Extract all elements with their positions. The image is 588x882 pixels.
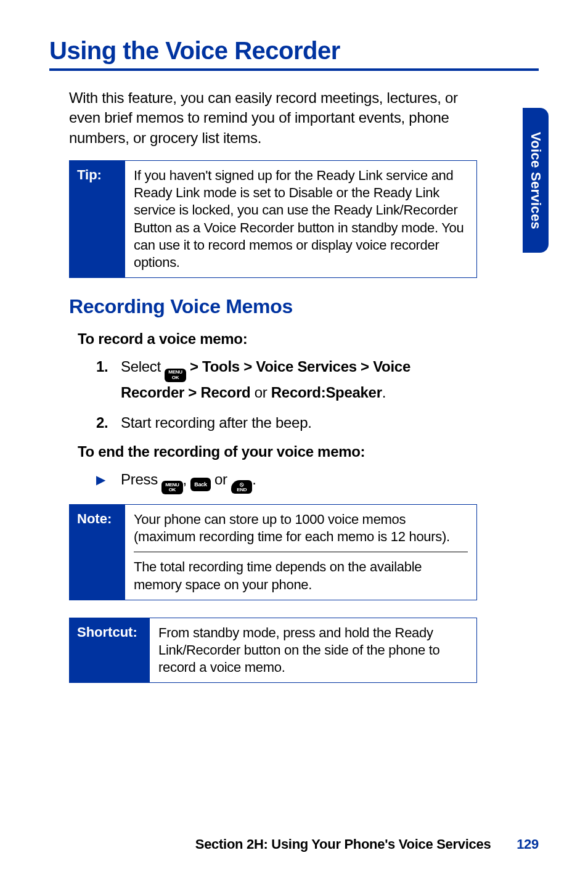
tip-body: If you haven't signed up for the Ready L…	[125, 161, 476, 277]
back-key-icon: Back	[190, 478, 210, 491]
press-sep1: ,	[183, 471, 191, 488]
section-heading: Recording Voice Memos	[69, 295, 539, 318]
step-content: Select MENUOK > Tools > Voice Services >…	[121, 356, 465, 402]
triangle-bullet-icon: ▶	[96, 469, 121, 494]
page-number: 129	[517, 836, 539, 852]
note-text-2: The total recording time depends on the …	[134, 558, 468, 593]
note-body: Your phone can store up to 1000 voice me…	[125, 505, 476, 600]
press-content: Press MENUOK, Back or ⦸END.	[121, 469, 465, 494]
note-callout: Note: Your phone can store up to 1000 vo…	[69, 504, 477, 600]
page-footer: Section 2H: Using Your Phone's Voice Ser…	[195, 836, 539, 852]
side-tab: Voice Services	[523, 108, 549, 253]
intro-paragraph: With this feature, you can easily record…	[69, 88, 465, 148]
step-content: Start recording after the beep.	[121, 412, 465, 433]
menu-ok-key-icon: MENUOK	[165, 369, 186, 382]
menu-ok-key-icon: MENUOK	[161, 481, 182, 494]
shortcut-callout: Shortcut: From standby mode, press and h…	[69, 618, 477, 683]
page: Voice Services Using the Voice Recorder …	[0, 0, 588, 882]
tip-label: Tip:	[70, 161, 125, 277]
instruction-heading-1: To record a voice memo:	[78, 330, 539, 348]
press-step: ▶ Press MENUOK, Back or ⦸END.	[96, 469, 465, 494]
step1-lead: Select	[121, 358, 165, 375]
press-sep2: or	[211, 471, 231, 488]
step1-alt: Record:Speaker	[271, 384, 382, 401]
step1-tail: .	[382, 384, 386, 401]
side-tab-label: Voice Services	[528, 132, 544, 229]
note-label: Note:	[70, 505, 125, 600]
step-number: 1.	[96, 356, 121, 402]
press-tail: .	[252, 471, 256, 488]
tip-callout: Tip: If you haven't signed up for the Re…	[69, 160, 477, 278]
press-lead: Press	[121, 471, 161, 488]
instruction-heading-2: To end the recording of your voice memo:	[78, 443, 539, 460]
footer-text: Section 2H: Using Your Phone's Voice Ser…	[195, 836, 491, 852]
note-divider	[134, 552, 468, 552]
end-key-icon: ⦸END	[231, 480, 252, 494]
step1-or: or	[250, 384, 271, 401]
step-2: 2. Start recording after the beep.	[96, 412, 465, 433]
step-1: 1. Select MENUOK > Tools > Voice Service…	[96, 356, 465, 402]
page-title: Using the Voice Recorder	[49, 37, 539, 71]
step-number: 2.	[96, 412, 121, 433]
shortcut-label: Shortcut:	[70, 618, 150, 682]
shortcut-body: From standby mode, press and hold the Re…	[150, 618, 476, 682]
note-text-1: Your phone can store up to 1000 voice me…	[134, 511, 468, 545]
